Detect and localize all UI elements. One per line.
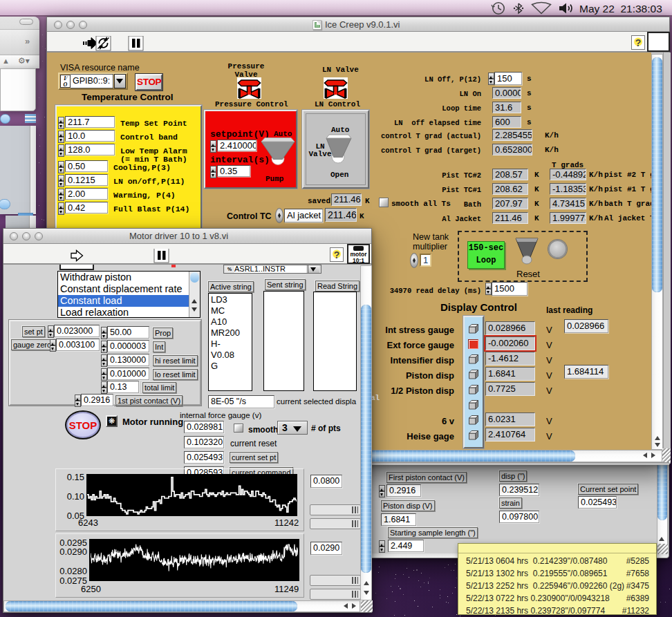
svg-text:May 22 21:38:03: May 22 21:38:03 (579, 3, 662, 15)
